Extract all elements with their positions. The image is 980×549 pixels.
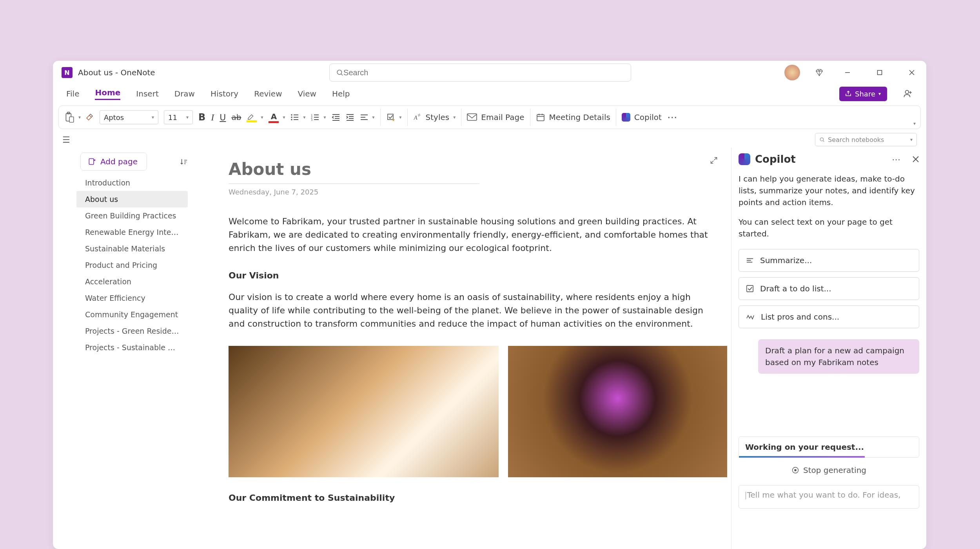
- copilot-more-icon[interactable]: ⋯: [892, 155, 901, 164]
- search-input[interactable]: [343, 68, 624, 77]
- page-title[interactable]: About us: [229, 160, 479, 184]
- sidebar-page-item[interactable]: Introduction: [76, 175, 188, 191]
- svg-point-11: [291, 116, 293, 118]
- stop-label: Stop generating: [803, 465, 866, 475]
- suggestion-todo[interactable]: Draft a to do list...: [739, 277, 919, 300]
- meeting-details-button[interactable]: Meeting Details: [536, 113, 610, 122]
- checkbox-icon: [746, 285, 754, 293]
- onenote-app-icon: N: [62, 67, 73, 78]
- highlight-button[interactable]: ▾: [247, 113, 263, 122]
- tab-draw[interactable]: Draw: [174, 89, 195, 98]
- copilot-input-placeholder: Tell me what you want to do. For ideas,: [747, 490, 901, 500]
- svg-text:3: 3: [311, 118, 312, 121]
- copilot-intro: You can select text on your page to get …: [739, 216, 919, 240]
- copilot-intro: I can help you generate ideas, make to-d…: [739, 173, 919, 208]
- tab-review[interactable]: Review: [254, 89, 282, 98]
- copilot-icon: [622, 113, 630, 122]
- copilot-button[interactable]: Copilot: [622, 113, 662, 122]
- svg-rect-33: [388, 114, 393, 120]
- styles-button[interactable]: A Styles▾: [413, 113, 456, 122]
- add-page-button[interactable]: Add page: [80, 153, 147, 171]
- paragraph[interactable]: Welcome to Fabrikam, your trusted partne…: [229, 215, 715, 255]
- copilot-input[interactable]: |Tell me what you want to do. For ideas,: [739, 485, 919, 509]
- expand-icon[interactable]: [710, 156, 718, 164]
- wave-icon: [746, 314, 755, 320]
- svg-rect-42: [89, 159, 94, 165]
- image-placeholder[interactable]: [229, 346, 499, 477]
- svg-point-12: [291, 119, 293, 120]
- number-list-button[interactable]: 123▾: [311, 113, 326, 121]
- collapse-chevron-icon[interactable]: ▾: [913, 120, 916, 126]
- sidebar-page-item[interactable]: Green Building Practices: [76, 207, 188, 224]
- sidebar-page-item[interactable]: Community Engagement: [76, 306, 188, 323]
- subbar: ☰ Search notebooks ▾: [53, 131, 926, 148]
- tab-insert[interactable]: Insert: [136, 89, 158, 98]
- suggestion-pros-cons[interactable]: List pros and cons...: [739, 305, 919, 328]
- minimize-button[interactable]: [838, 64, 857, 82]
- ribbon-tabs: File Home Insert Draw History Review Vie…: [53, 84, 926, 103]
- indent-button[interactable]: [346, 113, 354, 121]
- note-canvas[interactable]: About us Wednesday, June 7, 2025 Welcome…: [191, 148, 731, 549]
- sidebar-page-item[interactable]: Acceleration: [76, 273, 188, 290]
- italic-button[interactable]: I: [211, 112, 214, 123]
- heading-vision[interactable]: Our Vision: [229, 271, 727, 280]
- copilot-close-button[interactable]: [912, 156, 919, 163]
- tab-file[interactable]: File: [66, 89, 79, 98]
- share-button[interactable]: Share ▾: [839, 87, 887, 101]
- bullet-list-button[interactable]: ▾: [290, 113, 305, 121]
- format-painter-button[interactable]: [85, 113, 94, 122]
- paragraph[interactable]: Our vision is to create a world where ev…: [229, 291, 715, 331]
- outdent-button[interactable]: [332, 113, 340, 121]
- image-placeholder[interactable]: [508, 346, 727, 477]
- copilot-label: Copilot: [634, 113, 662, 122]
- svg-rect-50: [794, 469, 796, 471]
- sidebar-page-item[interactable]: Water Efficiency: [76, 290, 188, 306]
- meeting-label: Meeting Details: [549, 113, 610, 122]
- diamond-icon[interactable]: [814, 67, 824, 78]
- align-button[interactable]: ▾: [360, 113, 375, 121]
- font-name: Aptos: [104, 113, 124, 122]
- tag-button[interactable]: ▾: [386, 113, 402, 122]
- tab-view[interactable]: View: [298, 89, 316, 98]
- sort-button[interactable]: [180, 158, 188, 166]
- share-label: Share: [855, 90, 875, 98]
- sidebar-page-item[interactable]: Renewable Energy Integr...: [76, 224, 188, 240]
- heading-commitment[interactable]: Our Commitment to Sustainability: [229, 493, 727, 503]
- font-selector[interactable]: Aptos▾: [100, 110, 158, 124]
- copilot-title: Copilot: [755, 153, 796, 165]
- tab-help[interactable]: Help: [332, 89, 350, 98]
- svg-rect-3: [878, 71, 882, 75]
- search-icon: [819, 137, 825, 142]
- more-button[interactable]: ⋯: [667, 111, 678, 123]
- stop-generating-button[interactable]: Stop generating: [739, 465, 919, 475]
- people-add-icon[interactable]: [903, 89, 913, 99]
- tab-history[interactable]: History: [211, 89, 238, 98]
- suggestion-label: Draft a to do list...: [760, 284, 831, 293]
- maximize-button[interactable]: [871, 64, 889, 82]
- working-status: Working on your request...: [739, 436, 919, 458]
- page-date: Wednesday, June 7, 2025: [229, 188, 727, 196]
- sidebar-page-item[interactable]: Product and Pricing: [76, 257, 188, 273]
- user-avatar[interactable]: [784, 65, 800, 80]
- search-notebooks-box[interactable]: Search notebooks ▾: [815, 133, 917, 146]
- font-size-selector[interactable]: 11▾: [164, 110, 193, 124]
- window-title: About us - OneNote: [78, 68, 155, 77]
- sidebar-page-item[interactable]: About us: [76, 191, 188, 207]
- paste-button[interactable]: ▾: [64, 112, 81, 123]
- bold-button[interactable]: B: [198, 112, 205, 123]
- sidebar-page-item[interactable]: Sustainable Materials: [76, 240, 188, 257]
- user-prompt-bubble: Draft a plan for a new ad campaign based…: [758, 339, 919, 374]
- suggestion-summarize[interactable]: Summarize...: [739, 249, 919, 272]
- svg-rect-9: [69, 117, 74, 122]
- email-page-button[interactable]: Email Page: [467, 113, 524, 122]
- search-box[interactable]: [329, 64, 631, 82]
- sidebar-page-item[interactable]: Projects - Green Resident...: [76, 323, 188, 339]
- strike-button[interactable]: ab: [231, 113, 241, 122]
- font-color-button[interactable]: A ▾: [269, 112, 285, 123]
- menu-icon[interactable]: ☰: [62, 135, 70, 145]
- svg-line-41: [823, 140, 824, 142]
- underline-button[interactable]: U: [220, 113, 226, 122]
- tab-home[interactable]: Home: [95, 88, 120, 100]
- close-button[interactable]: [903, 64, 921, 82]
- sidebar-page-item[interactable]: Projects - Sustainable Mu...: [76, 339, 188, 356]
